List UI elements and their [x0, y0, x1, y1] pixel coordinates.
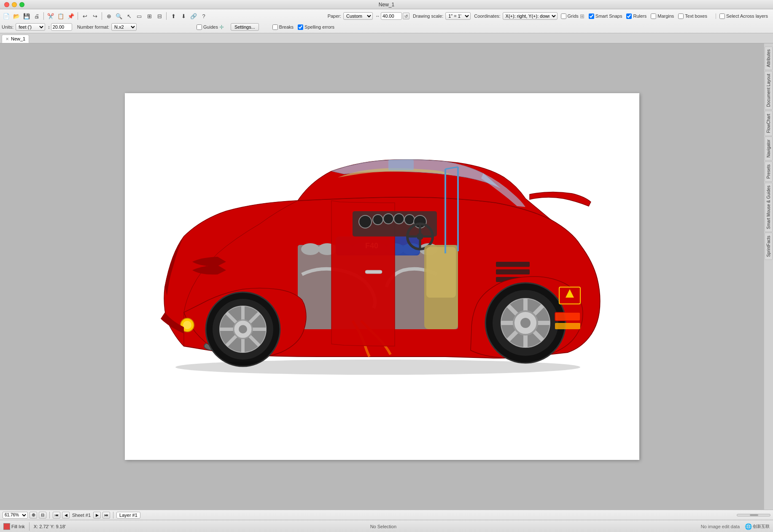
grids-checkbox[interactable]	[561, 13, 566, 19]
separator4	[166, 12, 167, 20]
margins-checkbox[interactable]	[651, 13, 656, 19]
number-format-select[interactable]: N.x2	[111, 23, 137, 31]
sidebar-tab-flowchart[interactable]: FlowChart	[765, 111, 773, 136]
grid-button[interactable]: ⊞	[145, 11, 154, 21]
table-button[interactable]: ⊟	[155, 11, 164, 21]
import-button[interactable]: ⬇	[179, 11, 188, 21]
svg-point-37	[520, 318, 531, 328]
undo-button[interactable]: ↩	[80, 11, 89, 21]
logo-icon: 🌐	[745, 523, 752, 530]
svg-rect-64	[388, 160, 414, 170]
text-boxes-checkbox[interactable]	[678, 13, 684, 19]
statusbar: Fill Ink X: 2.72' Y: 9.18' No Selection …	[0, 520, 773, 532]
tabbar: ✕ New_1	[0, 33, 773, 43]
redo-button[interactable]: ↪	[90, 11, 100, 21]
h-scrollbar[interactable]	[737, 514, 770, 516]
height-input[interactable]	[51, 23, 72, 31]
new-button[interactable]: 📄	[2, 11, 11, 21]
paper-select[interactable]: Custom	[343, 12, 373, 20]
close-button[interactable]	[4, 2, 9, 7]
sidebar-tab-document-layout[interactable]: Document Layout	[765, 71, 773, 110]
link-button[interactable]: 🔗	[189, 11, 198, 21]
separator2	[78, 12, 78, 20]
paste-button[interactable]: 📌	[66, 11, 75, 21]
number-format-label: Number format:	[77, 24, 109, 30]
brand-area: No image edit data 🌐 创新互联	[701, 523, 770, 530]
smart-snaps-checkbox[interactable]	[589, 13, 594, 19]
image-info: No image edit data	[701, 524, 740, 529]
sidebar-tab-navigator[interactable]: Navigator	[765, 137, 773, 161]
save-button[interactable]: 💾	[22, 11, 31, 21]
zoom-in-button[interactable]: 🔍	[114, 11, 124, 21]
guides-icon: ✛	[219, 24, 224, 30]
open-button[interactable]: 📂	[12, 11, 21, 21]
paper-label: Paper:	[328, 13, 341, 19]
navbar: 61.76% ⊕ ⊟ ⏮ ◀ Sheet #1 ▶ ⏭ Layer #1	[0, 510, 773, 520]
nav-separator1	[49, 512, 50, 519]
settings-button[interactable]: Settings...	[231, 23, 259, 31]
tab-close-icon[interactable]: ✕	[5, 37, 9, 41]
smart-snaps-group: Smart Snaps	[589, 13, 622, 19]
minimize-button[interactable]	[12, 2, 17, 7]
selection-status: No Selection	[279, 524, 488, 529]
toolbar-row2: Units: feet (') ↕ Number format: N.x2 Gu…	[2, 22, 771, 32]
refresh-button[interactable]: ↺	[403, 13, 409, 19]
maximize-button[interactable]	[19, 2, 24, 7]
sidebar-tab-sprintfacts[interactable]: SprintFacts	[765, 233, 773, 260]
select-across-layers-label: Select Across layers	[726, 13, 768, 19]
nav-first-button[interactable]: ⏮	[53, 512, 60, 519]
spelling-errors-checkbox[interactable]	[298, 24, 303, 30]
breaks-checkbox[interactable]	[272, 24, 278, 30]
fill-label: Fill Ink	[11, 524, 25, 529]
tab-new1[interactable]: ✕ New_1	[2, 35, 29, 43]
sidebar-tab-smart-mouse[interactable]: Smart Mouse & Guides	[765, 183, 773, 232]
drawing-scale-select[interactable]: 1" = 1'	[445, 12, 471, 20]
cut-button[interactable]: ✂️	[46, 11, 55, 21]
zoom-fit-button[interactable]: ⊕	[104, 11, 113, 21]
svg-point-41	[373, 215, 383, 225]
separator3	[102, 12, 102, 20]
guides-checkbox[interactable]	[197, 24, 202, 30]
drawing-scale-label: Drawing scale:	[413, 13, 443, 19]
zoom-select[interactable]: 61.76%	[3, 512, 28, 519]
zoom-fit2-button[interactable]: ⊟	[39, 512, 46, 519]
units-label: Units:	[2, 24, 13, 30]
canvas-area[interactable]: F40	[0, 43, 764, 510]
car-illustration: F40	[125, 93, 639, 460]
rulers-checkbox[interactable]	[626, 13, 632, 19]
print-button[interactable]: 🖨	[32, 11, 41, 21]
grids-label: Grids	[568, 13, 579, 19]
guides-group: Guides ✛	[197, 24, 224, 30]
nav-last-button[interactable]: ⏭	[102, 512, 110, 519]
svg-rect-53	[426, 247, 456, 298]
sidebar-tab-attributes[interactable]: Attributes	[765, 46, 773, 70]
copy-button[interactable]: 📋	[56, 11, 65, 21]
nav-next-button[interactable]: ▶	[93, 512, 101, 519]
coordinates-select[interactable]: X(+): right, Y(+): down	[503, 12, 558, 20]
margins-label: Margins	[657, 13, 674, 19]
svg-point-47	[417, 233, 423, 240]
shape-button[interactable]: ▭	[135, 11, 144, 21]
export-button[interactable]: ⬆	[169, 11, 178, 21]
status-separator1	[29, 522, 30, 531]
rulers-group: Rulers	[626, 13, 646, 19]
logo-text: 创新互联	[753, 524, 770, 529]
separator1	[43, 12, 44, 20]
svg-point-44	[404, 215, 415, 225]
h-scrollbar-thumb[interactable]	[750, 514, 758, 516]
zoom-reset-button[interactable]: ⊕	[30, 512, 37, 519]
window-title: New_1	[379, 2, 394, 8]
help-button[interactable]: ?	[199, 11, 208, 21]
nav-prev-button[interactable]: ◀	[62, 512, 70, 519]
sidebar-tab-presets[interactable]: Presets	[765, 161, 773, 182]
svg-point-43	[394, 214, 404, 224]
units-select[interactable]: feet (')	[16, 23, 45, 31]
height-icon: ↕	[48, 24, 50, 30]
pointer-button[interactable]: ↖	[124, 11, 134, 21]
canvas-page: F40	[125, 93, 639, 460]
coordinates-display: X: 2.72' Y: 9.18'	[34, 524, 66, 529]
width-input[interactable]	[381, 12, 402, 20]
breaks-label: Breaks	[279, 24, 294, 30]
select-across-layers-checkbox[interactable]	[719, 13, 725, 19]
margins-group: Margins	[651, 13, 674, 19]
